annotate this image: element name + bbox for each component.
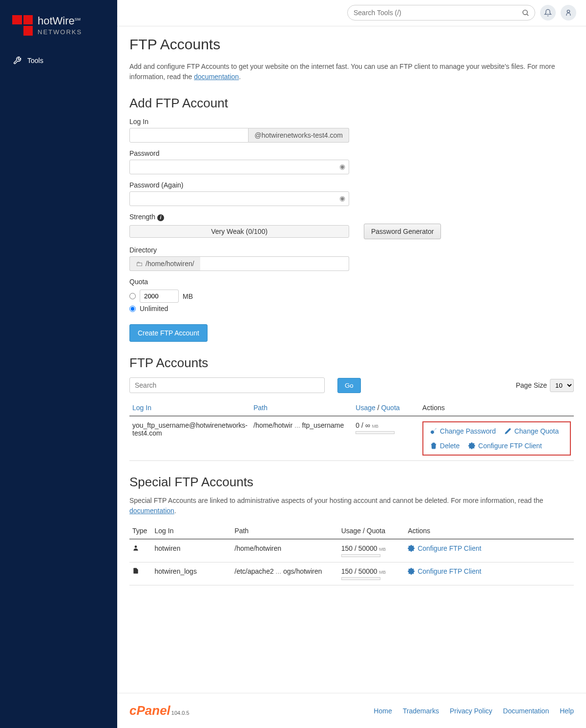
col-type: Type [129,523,152,539]
gear-icon [408,568,415,575]
actions-box: Change Password Change Quota Delete [422,421,571,456]
sidebar-item-tools[interactable]: Tools [0,50,117,71]
info-icon[interactable]: i [157,214,164,221]
add-ftp-heading: Add FTP Account [129,96,574,111]
create-ftp-button[interactable]: Create FTP Account [129,324,208,342]
quota-value-input[interactable] [140,290,179,303]
ftp-accounts-table: Log In Path Usage / Quota Actions you_ft… [129,400,574,461]
cell-login: hotwiren [152,539,232,562]
accounts-search-input[interactable] [129,377,325,393]
quota-unit: MB [183,292,193,300]
notifications-button[interactable] [540,5,556,21]
intro-text: Add and configure FTP Accounts to get yo… [129,62,574,82]
svg-point-2 [567,10,569,13]
password-again-input[interactable] [129,191,349,206]
configure-ftp-link[interactable]: Configure FTP Client [408,567,481,575]
search-icon [522,9,529,17]
footer-links: Home Trademarks Privacy Policy Documenta… [374,707,574,715]
login-domain-suffix: @hotwirenetworks-test4.com [249,128,349,143]
col-path[interactable]: Path [251,400,353,416]
main: FTP Accounts Add and configure FTP Accou… [117,0,586,728]
footer-link-home[interactable]: Home [374,707,392,715]
usage-bar [341,577,380,580]
accounts-search-button[interactable]: Go [337,378,361,393]
reveal-password-icon[interactable]: ◉ [339,163,345,170]
footer-link-trademarks[interactable]: Trademarks [403,707,439,715]
col-actions: Actions [405,523,574,539]
svg-line-1 [527,14,528,16]
footer-link-documentation[interactable]: Documentation [503,707,549,715]
special-ftp-table: Type Log In Path Usage / Quota Actions h… [129,523,574,585]
logo-icon [12,15,33,36]
cell-path: /home/hotwiren [231,539,338,562]
table-row: you_ftp_username@hotwirenetworks-test4.c… [129,416,574,461]
quota-limited-radio[interactable] [129,293,136,299]
cell-login: you_ftp_username@hotwirenetworks-test4.c… [129,416,251,461]
col-actions: Actions [419,400,574,416]
cell-path: /home/hotwir ... ftp_username [251,416,353,461]
directory-input[interactable] [200,256,349,271]
quota-label: Quota [129,278,574,286]
password-label: Password [129,149,574,157]
trash-icon [430,442,437,449]
svg-point-0 [523,10,527,15]
change-quota-link[interactable]: Change Quota [504,427,559,435]
cell-login: hotwiren_logs [152,562,232,585]
special-documentation-link[interactable]: documentation [129,507,174,515]
user-icon [565,9,572,17]
strength-label: Strength i [129,213,574,221]
login-label: Log In [129,118,574,125]
page-title: FTP Accounts [129,36,574,53]
svg-point-4 [135,545,137,548]
brand-name: hotWire [38,15,75,27]
configure-ftp-link[interactable]: Configure FTP Client [408,544,481,552]
bell-icon [544,9,552,17]
key-icon [430,428,437,435]
cell-usage: 150 / 50000 MB [338,562,405,585]
cell-usage: 150 / 50000 MB [338,539,405,562]
gear-icon [468,442,475,449]
footer-link-privacy[interactable]: Privacy Policy [450,707,492,715]
footer: cPanel104.0.5 Home Trademarks Privacy Po… [117,693,586,728]
sidebar: hotWireSM NETWORKS Tools [0,0,117,728]
password-input[interactable] [129,160,349,174]
directory-prefix: /home/hotwiren/ [129,256,200,271]
special-intro: Special FTP Accounts are linked to admin… [129,496,574,516]
change-password-link[interactable]: Change Password [430,427,496,435]
reveal-password-again-icon[interactable]: ◉ [339,194,345,202]
file-icon [132,567,139,574]
footer-link-help[interactable]: Help [560,707,574,715]
table-row: hotwiren_logs /etc/apache2 ... ogs/hotwi… [129,562,574,585]
folder-icon [136,260,143,268]
sidebar-item-label: Tools [27,57,43,64]
search-input[interactable] [347,5,535,21]
table-row: hotwiren /home/hotwiren 150 / 50000 MB C… [129,539,574,562]
directory-label: Directory [129,246,574,254]
col-usage: Usage / Quota [338,523,405,539]
tools-icon [13,56,21,65]
page-size-label: Page Size [516,381,547,389]
configure-ftp-link[interactable]: Configure FTP Client [468,442,542,450]
quota-unlimited-radio[interactable] [129,306,136,312]
pencil-icon [504,428,511,435]
user-menu-button[interactable] [561,5,576,21]
strength-meter: Very Weak (0/100) [129,225,349,238]
user-icon [132,544,139,551]
documentation-link[interactable]: documentation [194,73,239,81]
cell-path: /etc/apache2 ... ogs/hotwiren [231,562,338,585]
cpanel-logo: cPanel104.0.5 [129,703,189,718]
gear-icon [408,545,415,552]
brand-logo: hotWireSM NETWORKS [0,0,117,50]
ftp-accounts-heading: FTP Accounts [129,355,574,371]
topbar [117,0,586,26]
login-input[interactable] [129,128,249,143]
col-login[interactable]: Log In [129,400,251,416]
delete-link[interactable]: Delete [430,442,460,450]
special-ftp-heading: Special FTP Accounts [129,475,574,490]
page-size-select[interactable]: 10 [550,379,574,392]
usage-bar [341,554,380,557]
password-again-label: Password (Again) [129,181,574,189]
col-path: Path [231,523,338,539]
brand-subtitle: NETWORKS [38,28,82,36]
password-generator-button[interactable]: Password Generator [364,224,441,239]
